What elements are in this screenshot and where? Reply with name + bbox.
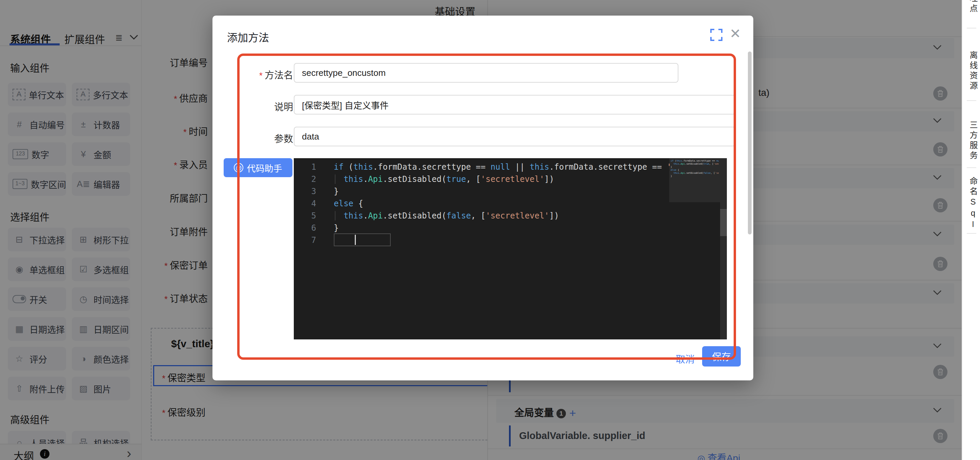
method-name-input[interactable] (294, 63, 678, 82)
code-line[interactable]: if (this.formData.secrettype == null || … (334, 161, 671, 173)
minimap[interactable]: if (this.formData.secrettype == null || … (671, 160, 719, 261)
line-number: 5 (294, 210, 316, 222)
right-vertical-tabs: 埋点 离线资源 三方服务 命名Sql (962, 0, 980, 460)
modal-label-description: 说明 (219, 100, 293, 113)
save-button[interactable]: 保存 (702, 346, 741, 366)
close-icon[interactable]: ✕ (730, 26, 741, 41)
strip-tab-offline-resources[interactable]: 离线资源 (967, 51, 979, 92)
description-input[interactable] (294, 95, 736, 114)
code-line[interactable]: this.Api.setDisabled(true, ['secretlevel… (334, 173, 554, 185)
fullscreen-icon[interactable] (710, 29, 723, 41)
editor-scrollbar-thumb[interactable] (720, 209, 727, 236)
code-line[interactable]: } (334, 185, 339, 197)
app-root: 系统组件 扩展组件 ≣ 输入组件A单行文本A多行文本#自动编号±计数器123数字… (0, 0, 980, 460)
code-assistant-icon: @ (234, 163, 243, 173)
divider (967, 100, 976, 101)
indent-guide (335, 174, 336, 184)
code-line[interactable]: this.Api.setDisabled(false, ['secretleve… (334, 210, 559, 222)
strip-tab-named-sql[interactable]: 命名Sql (967, 177, 979, 231)
line-number: 1 (294, 161, 316, 173)
text-cursor (355, 235, 356, 245)
editor-scrollbar[interactable] (720, 158, 727, 339)
code-editor[interactable]: 1if (this.formData.secrettype == null ||… (294, 158, 727, 339)
current-line-highlight (334, 233, 391, 246)
code-line[interactable]: } (334, 222, 339, 234)
line-number: 3 (294, 185, 316, 197)
add-method-modal: 添加方法 ✕ *方法名说明参数 @代码助手 1if (this.formData… (212, 16, 753, 381)
modal-title: 添加方法 (227, 29, 269, 44)
line-number: 7 (294, 234, 316, 246)
line-number: 4 (294, 197, 316, 210)
modal-scrollbar-thumb[interactable] (748, 51, 752, 235)
cancel-button[interactable]: 取消 (674, 352, 697, 366)
params-input[interactable] (294, 127, 736, 146)
required-asterisk: * (259, 70, 262, 81)
strip-tab-tracking[interactable]: 埋点 (967, 0, 979, 14)
code-assistant-button[interactable]: @代码助手 (224, 158, 293, 177)
divider (967, 233, 976, 234)
line-number: 2 (294, 173, 316, 185)
divider (967, 167, 976, 168)
line-number: 6 (294, 222, 316, 234)
divider (967, 28, 976, 29)
modal-label-params: 参数 (219, 132, 293, 145)
indent-guide (335, 211, 336, 220)
strip-tab-third-party-services[interactable]: 三方服务 (967, 121, 979, 161)
code-line[interactable]: else { (334, 197, 363, 210)
modal-label-method-name: *方法名 (219, 68, 293, 81)
